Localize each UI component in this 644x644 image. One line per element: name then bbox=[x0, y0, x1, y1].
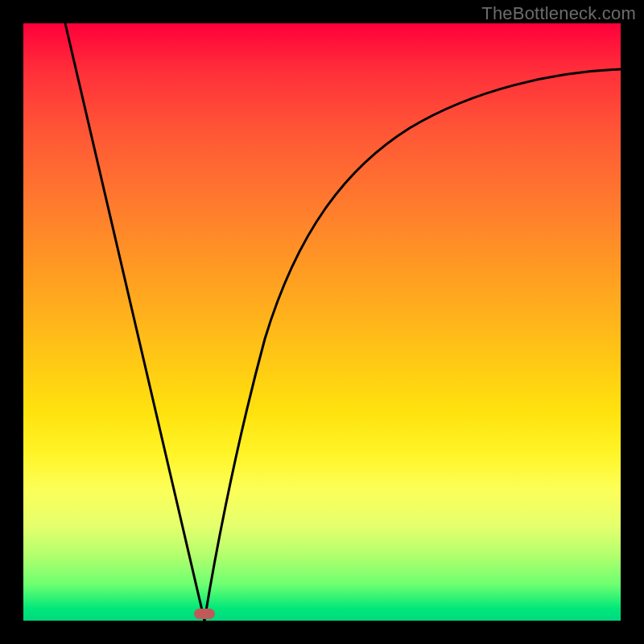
curve-left-branch bbox=[65, 23, 204, 621]
curve-right-branch bbox=[204, 69, 621, 621]
chart-plot-area bbox=[23, 23, 621, 621]
watermark-text: TheBottleneck.com bbox=[481, 3, 636, 24]
minimum-marker bbox=[194, 609, 215, 619]
bottleneck-curve bbox=[23, 23, 621, 621]
